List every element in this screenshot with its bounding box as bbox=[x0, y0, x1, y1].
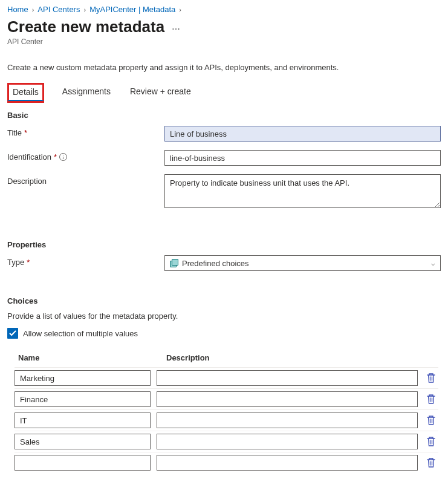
trash-icon bbox=[426, 415, 436, 426]
table-row bbox=[15, 431, 438, 452]
chevron-down-icon: ⌵ bbox=[431, 259, 435, 267]
tab-assignments[interactable]: Assignments bbox=[61, 83, 112, 101]
table-row bbox=[15, 452, 438, 473]
chevron-right-icon: › bbox=[83, 6, 86, 13]
type-label: Type * bbox=[7, 255, 164, 267]
column-header-desc: Description bbox=[163, 353, 419, 362]
page-subtitle: API Center bbox=[7, 38, 441, 46]
allow-multi-checkbox[interactable] bbox=[7, 328, 18, 339]
section-basic-header: Basic bbox=[7, 111, 441, 120]
choice-name-input[interactable] bbox=[15, 413, 151, 428]
trash-icon bbox=[426, 394, 436, 405]
table-row bbox=[15, 388, 438, 409]
delete-row-button[interactable] bbox=[424, 434, 438, 449]
breadcrumb: Home › API Centers › MyAPICenter | Metad… bbox=[7, 5, 441, 14]
page-title: Create new metadata bbox=[7, 18, 164, 36]
choice-name-input[interactable] bbox=[15, 370, 151, 386]
breadcrumb-metadata[interactable]: MyAPICenter | Metadata bbox=[89, 5, 175, 14]
section-choices-header: Choices bbox=[7, 296, 441, 305]
chevron-right-icon: › bbox=[32, 6, 34, 13]
tab-review-create[interactable]: Review + create bbox=[129, 83, 192, 101]
delete-row-button[interactable] bbox=[424, 455, 438, 470]
required-indicator: * bbox=[27, 258, 30, 267]
delete-row-button[interactable] bbox=[424, 392, 438, 406]
choice-desc-input[interactable] bbox=[157, 370, 418, 386]
allow-multi-label: Allow selection of multiple values bbox=[23, 329, 138, 338]
tab-details[interactable]: Details bbox=[7, 83, 44, 101]
required-indicator: * bbox=[24, 128, 27, 137]
delete-row-button[interactable] bbox=[424, 371, 438, 385]
table-row bbox=[15, 409, 438, 431]
choice-desc-input[interactable] bbox=[157, 391, 418, 407]
trash-icon bbox=[426, 436, 436, 447]
required-indicator: * bbox=[54, 152, 57, 161]
type-value: Predefined choices bbox=[182, 259, 249, 268]
breadcrumb-home[interactable]: Home bbox=[7, 5, 28, 14]
trash-icon bbox=[426, 457, 436, 468]
check-icon bbox=[9, 330, 16, 337]
identification-label: Identification * i bbox=[7, 150, 164, 161]
more-actions-button[interactable]: ⋯ bbox=[172, 24, 181, 34]
section-properties-header: Properties bbox=[7, 240, 441, 249]
table-row bbox=[15, 367, 438, 388]
intro-text: Create a new custom metadata property an… bbox=[7, 63, 441, 72]
choice-desc-input[interactable] bbox=[157, 413, 418, 428]
description-input[interactable] bbox=[164, 174, 441, 208]
title-label: Title * bbox=[7, 126, 164, 137]
predefined-choices-icon bbox=[170, 259, 178, 267]
description-label: Description bbox=[7, 174, 164, 186]
choice-name-input[interactable] bbox=[15, 455, 151, 471]
choice-name-input[interactable] bbox=[15, 391, 151, 407]
choices-table: Name Description bbox=[15, 353, 438, 473]
choice-desc-input[interactable] bbox=[157, 434, 418, 449]
title-input[interactable] bbox=[164, 126, 441, 142]
chevron-right-icon: › bbox=[179, 6, 181, 13]
tabs: Details Assignments Review + create bbox=[7, 83, 441, 101]
type-select[interactable]: Predefined choices ⌵ bbox=[164, 255, 441, 271]
identification-input[interactable] bbox=[164, 150, 441, 166]
choice-desc-input[interactable] bbox=[157, 455, 418, 471]
choice-name-input[interactable] bbox=[15, 434, 151, 449]
breadcrumb-centers[interactable]: API Centers bbox=[37, 5, 80, 14]
info-icon[interactable]: i bbox=[59, 153, 67, 161]
delete-row-button[interactable] bbox=[424, 413, 438, 428]
choices-intro: Provide a list of values for the metadat… bbox=[7, 311, 441, 321]
column-header-name: Name bbox=[15, 353, 163, 362]
trash-icon bbox=[426, 373, 436, 383]
